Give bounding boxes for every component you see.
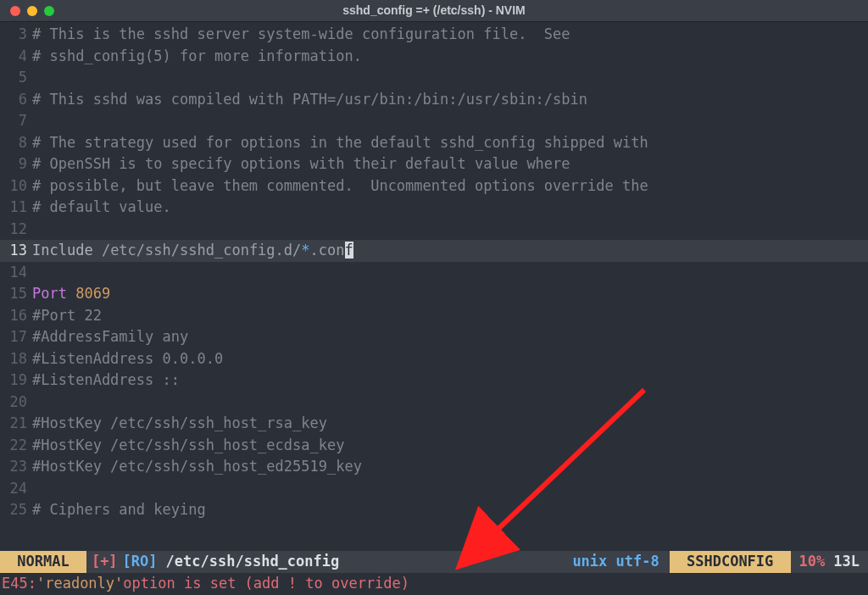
window-titlebar: sshd_config =+ (/etc/ssh) - NVIM (0, 0, 868, 22)
line-number: 8 (0, 132, 32, 154)
close-icon[interactable] (10, 6, 20, 16)
mode-indicator: NORMAL (0, 551, 86, 573)
code-line: 25 # Ciphers and keying (0, 499, 868, 521)
zoom-icon[interactable] (44, 6, 54, 16)
code-text: # This sshd was compiled with PATH=/usr/… (32, 89, 868, 111)
code-text: #HostKey /etc/ssh/ssh_host_rsa_key (32, 413, 868, 435)
readonly-indicator: [RO] (123, 551, 163, 573)
line-number: 12 (0, 219, 32, 241)
file-path: /etc/ssh/sshd_config (163, 551, 340, 573)
line-number: 6 (0, 89, 32, 111)
port-keyword: Port (32, 285, 75, 302)
line-number: 3 (0, 24, 32, 46)
error-message: option is set (add ! to override) (123, 573, 409, 595)
code-text: #AddressFamily any (32, 326, 868, 348)
code-line: 17 #AddressFamily any (0, 326, 868, 348)
command-line[interactable]: E45: 'readonly' option is set (add ! to … (0, 573, 868, 595)
status-line: NORMAL [+] [RO] /etc/ssh/sshd_config uni… (0, 551, 868, 573)
code-line: 11 # default value. (0, 197, 868, 219)
line-number: 10 (0, 175, 32, 197)
code-text: # Ciphers and keying (32, 499, 868, 521)
code-line: 16 #Port 22 (0, 305, 868, 327)
code-line: 21 #HostKey /etc/ssh/ssh_host_rsa_key (0, 413, 868, 435)
include-path: /etc/ssh/sshd_config.d/ (102, 242, 301, 259)
code-line: 14 (0, 262, 868, 284)
code-text (32, 392, 868, 414)
code-text: Include /etc/ssh/sshd_config.d/*.conf (32, 240, 868, 262)
code-line: 23 #HostKey /etc/ssh/ssh_host_ed25519_ke… (0, 456, 868, 478)
code-line: 18 #ListenAddress 0.0.0.0 (0, 348, 868, 370)
code-text: # default value. (32, 197, 868, 219)
code-text (32, 67, 868, 89)
line-number: 25 (0, 499, 32, 521)
line-number: 17 (0, 326, 32, 348)
modified-indicator: [+] (86, 551, 123, 573)
editor-viewport[interactable]: 3 # This is the sshd server system-wide … (0, 22, 868, 521)
traffic-lights (0, 6, 54, 16)
include-ext: .con (310, 242, 345, 259)
code-text: # The strategy used for options in the d… (32, 132, 868, 154)
error-code: E45: (2, 573, 36, 595)
code-text: #Port 22 (32, 305, 868, 327)
error-quoted: 'readonly' (36, 573, 123, 595)
line-number: 9 (0, 153, 32, 175)
line-count: 13L (833, 551, 868, 573)
cursor-block-icon: f (345, 242, 353, 259)
line-number: 15 (0, 283, 32, 305)
line-number: 16 (0, 305, 32, 327)
line-number: 23 (0, 456, 32, 478)
code-text: #ListenAddress 0.0.0.0 (32, 348, 868, 370)
code-text (32, 262, 868, 284)
code-line: 12 (0, 219, 868, 241)
code-text (32, 219, 868, 241)
code-line: 9 # OpenSSH is to specify options with t… (0, 153, 868, 175)
line-number: 5 (0, 67, 32, 89)
code-line-current: 13 Include /etc/ssh/sshd_config.d/*.conf (0, 240, 868, 262)
line-number: 14 (0, 262, 32, 284)
code-text: # This is the sshd server system-wide co… (32, 24, 868, 46)
line-number: 19 (0, 370, 32, 392)
code-line: 20 (0, 392, 868, 414)
line-number: 21 (0, 413, 32, 435)
code-line: 7 (0, 110, 868, 132)
code-line: 15 Port 8069 (0, 283, 868, 305)
line-number: 20 (0, 392, 32, 414)
code-text: # sshd_config(5) for more information. (32, 46, 868, 68)
code-line: 10 # possible, but leave them commented.… (0, 175, 868, 197)
code-line: 8 # The strategy used for options in the… (0, 132, 868, 154)
line-number: 4 (0, 46, 32, 68)
line-number: 11 (0, 197, 32, 219)
code-text: #HostKey /etc/ssh/ssh_host_ed25519_key (32, 456, 868, 478)
include-keyword: Include (32, 242, 102, 259)
encoding-indicator: unix utf-8 (562, 551, 669, 573)
code-line: 6 # This sshd was compiled with PATH=/us… (0, 89, 868, 111)
line-number: 13 (0, 240, 32, 262)
code-text (32, 478, 868, 500)
code-line: 5 (0, 67, 868, 89)
line-number: 18 (0, 348, 32, 370)
code-text: # possible, but leave them commented. Un… (32, 175, 868, 197)
code-line: 24 (0, 478, 868, 500)
percent-indicator: 10% (791, 551, 834, 573)
filetype-indicator: SSHDCONFIG (670, 551, 791, 573)
port-number: 8069 (75, 285, 110, 302)
code-line: 19 #ListenAddress :: (0, 370, 868, 392)
code-line: 4 # sshd_config(5) for more information. (0, 46, 868, 68)
line-number: 7 (0, 110, 32, 132)
line-number: 22 (0, 435, 32, 457)
code-text: Port 8069 (32, 283, 868, 305)
minimize-icon[interactable] (27, 6, 37, 16)
window-title: sshd_config =+ (/etc/ssh) - NVIM (0, 2, 868, 19)
code-text (32, 110, 868, 132)
code-text: # OpenSSH is to specify options with the… (32, 153, 868, 175)
code-text: #HostKey /etc/ssh/ssh_host_ecdsa_key (32, 435, 868, 457)
line-number: 24 (0, 478, 32, 500)
code-line: 22 #HostKey /etc/ssh/ssh_host_ecdsa_key (0, 435, 868, 457)
code-text: #ListenAddress :: (32, 370, 868, 392)
glob-star: * (301, 242, 309, 259)
code-line: 3 # This is the sshd server system-wide … (0, 24, 868, 46)
